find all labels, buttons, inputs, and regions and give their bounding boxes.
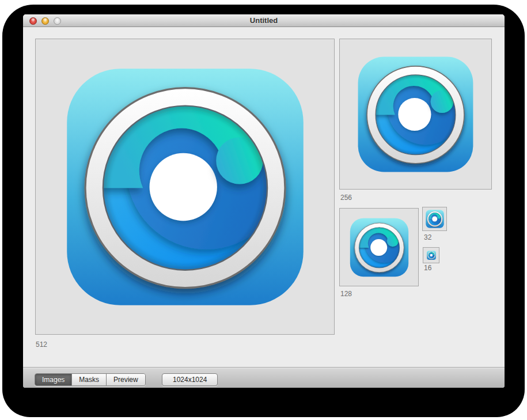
app-icon-128-image xyxy=(350,218,409,277)
preview-box-128[interactable] xyxy=(339,208,419,286)
preview-label-32: 32 xyxy=(424,233,431,241)
segment-masks[interactable]: Masks xyxy=(72,374,107,385)
title-bar[interactable]: Untitled xyxy=(23,14,505,27)
preview-box-32[interactable] xyxy=(422,207,447,231)
preview-box-256[interactable] xyxy=(339,39,492,190)
app-icon-32-image xyxy=(426,210,444,228)
app-icon-512-image xyxy=(65,67,305,307)
screen: Untitled 512 256 128 32 16 Images Masks … xyxy=(0,0,527,420)
window-title: Untitled xyxy=(23,16,505,25)
segment-preview[interactable]: Preview xyxy=(107,374,145,385)
preview-label-256: 256 xyxy=(340,194,352,202)
canvas-size-button[interactable]: 1024x1024 xyxy=(162,373,218,386)
preview-label-128: 128 xyxy=(340,290,352,298)
preview-box-16[interactable] xyxy=(423,247,439,263)
app-window: Untitled 512 256 128 32 16 Images Masks … xyxy=(23,14,505,388)
preview-label-16: 16 xyxy=(424,264,431,272)
view-segmented-control: Images Masks Preview xyxy=(35,373,146,386)
bottom-toolbar: Images Masks Preview 1024x1024 xyxy=(23,367,505,388)
preview-box-512[interactable] xyxy=(35,39,335,335)
segment-images[interactable]: Images xyxy=(35,374,72,385)
preview-label-512: 512 xyxy=(36,340,47,349)
app-icon-16-image xyxy=(427,251,436,260)
app-icon-256-image xyxy=(357,56,474,173)
